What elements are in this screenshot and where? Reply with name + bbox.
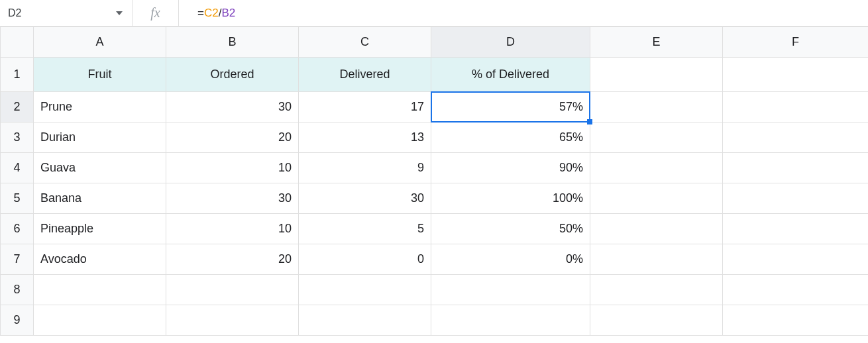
cell-C1[interactable]: Delivered xyxy=(299,58,431,92)
formula-token-eq: = xyxy=(197,7,204,20)
cell-C7[interactable]: 0 xyxy=(299,244,431,275)
cell-E8[interactable] xyxy=(590,275,723,305)
cell-C8[interactable] xyxy=(299,275,431,305)
cell-A9[interactable] xyxy=(34,305,166,336)
cell-D2[interactable]: 57% xyxy=(431,92,590,122)
cell-E9[interactable] xyxy=(590,305,723,336)
cell-D9[interactable] xyxy=(431,305,590,336)
cell-D7[interactable]: 0% xyxy=(431,244,590,275)
table-row: 8 xyxy=(1,275,869,305)
row-header-9[interactable]: 9 xyxy=(1,305,34,336)
cell-B6[interactable]: 10 xyxy=(166,214,299,244)
table-row: 6 Pineapple 10 5 50% xyxy=(1,214,869,244)
cell-B5[interactable]: 30 xyxy=(166,183,299,214)
cell-F5[interactable] xyxy=(723,183,869,214)
table-row: 9 xyxy=(1,305,869,336)
cell-F7[interactable] xyxy=(723,244,869,275)
cell-E2[interactable] xyxy=(590,92,723,122)
table-row: 3 Durian 20 13 65% xyxy=(1,122,869,153)
cell-D1[interactable]: % of Delivered xyxy=(431,58,590,92)
cell-B2[interactable]: 30 xyxy=(166,92,299,122)
cell-B3[interactable]: 20 xyxy=(166,122,299,153)
cell-F1[interactable] xyxy=(723,58,869,92)
formula-token-ref1: C2 xyxy=(204,7,219,20)
cell-D3[interactable]: 65% xyxy=(431,122,590,153)
cell-B8[interactable] xyxy=(166,275,299,305)
cell-E4[interactable] xyxy=(590,153,723,183)
col-header-E[interactable]: E xyxy=(590,27,723,58)
row-header-2[interactable]: 2 xyxy=(1,92,34,122)
table-row: 2 Prune 30 17 57% xyxy=(1,92,869,122)
cell-B9[interactable] xyxy=(166,305,299,336)
cell-F6[interactable] xyxy=(723,214,869,244)
column-header-row: A B C D E F xyxy=(1,27,869,58)
col-header-A[interactable]: A xyxy=(34,27,166,58)
cell-A6[interactable]: Pineapple xyxy=(34,214,166,244)
cell-D8[interactable] xyxy=(431,275,590,305)
table-row: 5 Banana 30 30 100% xyxy=(1,183,869,214)
formula-token-ref2: B2 xyxy=(221,7,235,20)
col-header-F[interactable]: F xyxy=(723,27,869,58)
caret-down-icon xyxy=(116,11,123,15)
formula-bar: D2 fx =C2/B2 xyxy=(0,0,868,26)
cell-E1[interactable] xyxy=(590,58,723,92)
row-header-8[interactable]: 8 xyxy=(1,275,34,305)
table-row: 7 Avocado 20 0 0% xyxy=(1,244,869,275)
cell-C2[interactable]: 17 xyxy=(299,92,431,122)
cell-E3[interactable] xyxy=(590,122,723,153)
cell-C4[interactable]: 9 xyxy=(299,153,431,183)
cell-A2[interactable]: Prune xyxy=(34,92,166,122)
col-header-B[interactable]: B xyxy=(166,27,299,58)
cell-F4[interactable] xyxy=(723,153,869,183)
cell-B1[interactable]: Ordered xyxy=(166,58,299,92)
cell-E6[interactable] xyxy=(590,214,723,244)
cell-A4[interactable]: Guava xyxy=(34,153,166,183)
cell-F3[interactable] xyxy=(723,122,869,153)
cell-A7[interactable]: Avocado xyxy=(34,244,166,275)
cell-D2-value: 57% xyxy=(559,100,583,113)
cell-F9[interactable] xyxy=(723,305,869,336)
cell-B4[interactable]: 10 xyxy=(166,153,299,183)
fx-icon: fx xyxy=(133,0,179,26)
name-box-dropdown[interactable] xyxy=(60,0,133,26)
col-header-C[interactable]: C xyxy=(299,27,431,58)
cell-D5[interactable]: 100% xyxy=(431,183,590,214)
row-header-3[interactable]: 3 xyxy=(1,122,34,153)
name-box[interactable]: D2 xyxy=(0,7,60,19)
row-header-6[interactable]: 6 xyxy=(1,214,34,244)
cell-F2[interactable] xyxy=(723,92,869,122)
cell-C9[interactable] xyxy=(299,305,431,336)
cell-C3[interactable]: 13 xyxy=(299,122,431,153)
cell-A1[interactable]: Fruit xyxy=(34,58,166,92)
table-row: 1 Fruit Ordered Delivered % of Delivered xyxy=(1,58,869,92)
cell-F8[interactable] xyxy=(723,275,869,305)
formula-input[interactable]: =C2/B2 xyxy=(179,0,868,26)
row-header-5[interactable]: 5 xyxy=(1,183,34,214)
cell-D4[interactable]: 90% xyxy=(431,153,590,183)
spreadsheet-grid[interactable]: A B C D E F 1 Fruit Ordered Delivered % … xyxy=(0,26,868,336)
cell-C6[interactable]: 5 xyxy=(299,214,431,244)
cell-A3[interactable]: Durian xyxy=(34,122,166,153)
cell-E5[interactable] xyxy=(590,183,723,214)
cell-A8[interactable] xyxy=(34,275,166,305)
cell-A5[interactable]: Banana xyxy=(34,183,166,214)
row-header-1[interactable]: 1 xyxy=(1,58,34,92)
row-header-7[interactable]: 7 xyxy=(1,244,34,275)
row-header-4[interactable]: 4 xyxy=(1,153,34,183)
cell-D6[interactable]: 50% xyxy=(431,214,590,244)
table-row: 4 Guava 10 9 90% xyxy=(1,153,869,183)
select-all-corner[interactable] xyxy=(1,27,34,58)
cell-C5[interactable]: 30 xyxy=(299,183,431,214)
cell-E7[interactable] xyxy=(590,244,723,275)
col-header-D[interactable]: D xyxy=(431,27,590,58)
cell-B7[interactable]: 20 xyxy=(166,244,299,275)
